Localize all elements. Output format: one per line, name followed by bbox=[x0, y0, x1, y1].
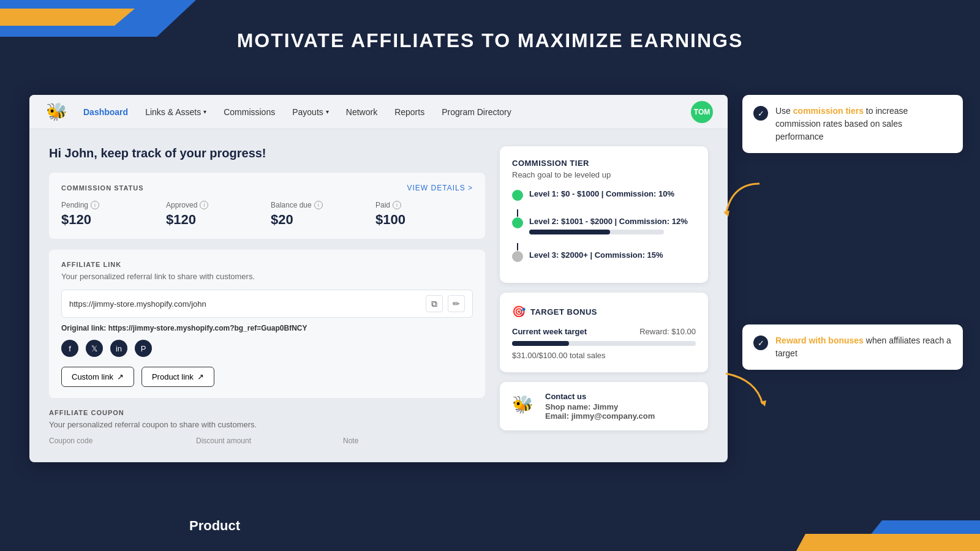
tier-1-item: Level 1: $0 - $1000 | Commission: 10% bbox=[512, 189, 696, 201]
callout-text-2: Reward with bonuses when affiliates reac… bbox=[775, 334, 952, 360]
commission-paid: Paid i $100 bbox=[375, 201, 473, 228]
commission-status-card: COMMISSION STATUS View details > Pending… bbox=[49, 173, 485, 239]
tier-2-dot bbox=[512, 217, 523, 228]
affiliate-coupon-section: AFFILIATE COUPON Your personalized refer… bbox=[49, 409, 485, 445]
affiliate-link-url: https://jimmy-store.myshopify.com/john bbox=[69, 299, 421, 309]
arrow-2-svg bbox=[720, 367, 769, 416]
copy-link-button[interactable]: ⧉ bbox=[426, 295, 443, 312]
main-content: Hi John, keep track of your progress! CO… bbox=[29, 129, 728, 462]
commission-tier-title: COMMISSION TIER bbox=[512, 159, 696, 168]
info-icon: i bbox=[200, 201, 208, 209]
tier-3-dot bbox=[512, 251, 523, 262]
tier-2-label: Level 2: $1001 - $2000 | Commission: 12% bbox=[529, 217, 688, 226]
nav-item-links-assets[interactable]: Links & Assets ▾ bbox=[145, 107, 206, 117]
logo-icon: 🐝 bbox=[46, 102, 67, 122]
avatar[interactable]: TOM bbox=[691, 101, 713, 123]
contact-logo-icon: 🐝 bbox=[512, 394, 537, 419]
svg-marker-0 bbox=[723, 211, 729, 217]
coupon-headers: Coupon code Discount amount Note bbox=[49, 437, 485, 445]
commission-approved: Approved i $120 bbox=[166, 201, 263, 228]
nav-item-dashboard[interactable]: Dashboard bbox=[83, 107, 128, 117]
target-reward: Reward: $10.00 bbox=[639, 327, 696, 336]
view-details-link[interactable]: View details > bbox=[407, 184, 473, 192]
contact-card: 🐝 Contact us Shop name: Jimmy Email: jim… bbox=[500, 382, 708, 430]
nav-links: Dashboard Links & Assets ▾ Commissions P… bbox=[83, 107, 691, 117]
contact-shop-name: Shop name: Jimmy bbox=[545, 402, 655, 411]
nav-item-program-directory[interactable]: Program Directory bbox=[442, 107, 511, 117]
target-progress-fill bbox=[512, 341, 569, 346]
link-buttons: Custom link ↗ Product link ↗ bbox=[61, 367, 473, 387]
commission-pending: Pending i $120 bbox=[61, 201, 159, 228]
target-week-label: Current week target bbox=[512, 327, 587, 336]
target-icon: 🎯 bbox=[512, 305, 526, 318]
greeting-text: Hi John, keep track of your progress! bbox=[49, 146, 485, 160]
check-icon-1: ✓ bbox=[753, 106, 768, 121]
tier-connector bbox=[517, 243, 518, 250]
commission-status-label: COMMISSION STATUS View details > bbox=[61, 184, 473, 192]
commission-tier-subtitle: Reach goal to be leveled up bbox=[512, 170, 696, 179]
tier-2-progress-bar bbox=[529, 230, 664, 234]
external-link-icon: ↗ bbox=[197, 372, 204, 381]
edit-link-button[interactable]: ✏ bbox=[448, 295, 465, 312]
nav-item-payouts[interactable]: Payouts ▾ bbox=[292, 107, 329, 117]
product-label: Product bbox=[189, 518, 240, 534]
affiliate-link-title: AFFILIATE LINK bbox=[61, 261, 473, 268]
commission-tier-card: COMMISSION TIER Reach goal to be leveled… bbox=[500, 146, 708, 283]
tier-3-item: Level 3: $2000+ | Commission: 15% bbox=[512, 250, 696, 262]
tier-connector bbox=[517, 209, 518, 217]
chevron-down-icon: ▾ bbox=[203, 108, 206, 115]
navbar: 🐝 Dashboard Links & Assets ▾ Commissions… bbox=[29, 95, 728, 129]
arrow-1-svg bbox=[720, 178, 769, 227]
pinterest-icon[interactable]: P bbox=[135, 340, 152, 357]
callout-box-2: ✓ Reward with bonuses when affiliates re… bbox=[742, 324, 963, 370]
twitter-icon[interactable]: 𝕏 bbox=[86, 340, 103, 357]
info-icon: i bbox=[91, 201, 99, 209]
info-icon: i bbox=[393, 201, 401, 209]
logo: 🐝 bbox=[44, 100, 69, 124]
tier-1-dot bbox=[512, 190, 523, 201]
nav-item-network[interactable]: Network bbox=[346, 107, 377, 117]
target-stats: $31.00/$100.00 total sales bbox=[512, 351, 696, 360]
info-icon: i bbox=[314, 201, 323, 209]
target-bonus-header: 🎯 TARGET BONUS bbox=[512, 305, 696, 318]
affiliate-coupon-title: AFFILIATE COUPON bbox=[49, 409, 485, 416]
right-panel: COMMISSION TIER Reach goal to be leveled… bbox=[500, 146, 708, 445]
deco-br-orange-shape bbox=[796, 534, 980, 551]
target-row: Current week target Reward: $10.00 bbox=[512, 327, 696, 336]
coupon-header-note: Note bbox=[343, 437, 485, 445]
coupon-header-code: Coupon code bbox=[49, 437, 191, 445]
target-progress-bar bbox=[512, 341, 696, 346]
contact-email: Email: jimmy@company.com bbox=[545, 411, 655, 421]
target-bonus-card: 🎯 TARGET BONUS Current week target Rewar… bbox=[500, 293, 708, 372]
affiliate-link-desc: Your personalized referral link to share… bbox=[61, 272, 473, 281]
nav-item-reports[interactable]: Reports bbox=[394, 107, 424, 117]
tier-2-progress-fill bbox=[529, 230, 610, 234]
facebook-icon[interactable]: f bbox=[61, 340, 78, 357]
product-link-button[interactable]: Product link ↗ bbox=[141, 367, 214, 387]
nav-item-commissions[interactable]: Commissions bbox=[224, 107, 275, 117]
coupon-header-discount: Discount amount bbox=[196, 437, 338, 445]
commission-balance-due: Balance due i $20 bbox=[271, 201, 368, 228]
original-link-text: Original link: https://jimmy-store.mysho… bbox=[61, 324, 473, 332]
page-title: MOTIVATE AFFILIATES TO MAXIMIZE EARNINGS bbox=[0, 0, 980, 52]
affiliate-coupon-desc: Your personalized referral coupon to sha… bbox=[49, 420, 485, 429]
custom-link-button[interactable]: Custom link ↗ bbox=[61, 367, 134, 387]
callout-text-1: Use commission tiers to increase commiss… bbox=[775, 105, 952, 143]
social-icons: f 𝕏 in P bbox=[61, 340, 473, 357]
check-icon-2: ✓ bbox=[753, 335, 768, 350]
affiliate-link-card: AFFILIATE LINK Your personalized referra… bbox=[49, 250, 485, 398]
app-window: 🐝 Dashboard Links & Assets ▾ Commissions… bbox=[29, 95, 728, 462]
chevron-down-icon: ▾ bbox=[326, 108, 329, 115]
external-link-icon: ↗ bbox=[117, 372, 124, 381]
commission-grid: Pending i $120 Approved i $120 bbox=[61, 201, 473, 228]
callout-container: ✓ Use commission tiers to increase commi… bbox=[742, 95, 963, 370]
tier-3-label: Level 3: $2000+ | Commission: 15% bbox=[529, 250, 663, 260]
target-bonus-title: TARGET BONUS bbox=[530, 307, 597, 317]
callout-box-1: ✓ Use commission tiers to increase commi… bbox=[742, 95, 963, 153]
contact-us-label: Contact us bbox=[545, 392, 655, 401]
tier-1-label: Level 1: $0 - $1000 | Commission: 10% bbox=[529, 189, 674, 198]
tier-2-item: Level 2: $1001 - $2000 | Commission: 12% bbox=[512, 217, 696, 234]
left-panel: Hi John, keep track of your progress! CO… bbox=[49, 146, 485, 445]
link-input-row: https://jimmy-store.myshopify.com/john ⧉… bbox=[61, 290, 473, 318]
linkedin-icon[interactable]: in bbox=[110, 340, 127, 357]
